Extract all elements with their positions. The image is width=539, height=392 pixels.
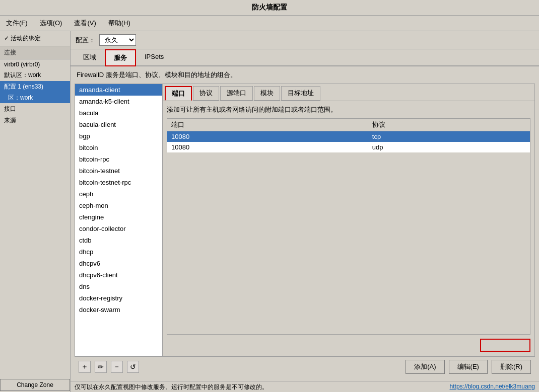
service-item-docker-registry[interactable]: docker-registry: [75, 292, 162, 304]
config-select[interactable]: 永久 运行时: [99, 34, 136, 46]
service-item-amanda-k5-client[interactable]: amanda-k5-client: [75, 96, 162, 107]
service-description: FirewallD 服务是端口、协议、模块和目的地址的组合。: [75, 70, 535, 80]
protocol-cell: udp: [368, 142, 530, 152]
service-item-bitcoin[interactable]: bitcoin: [75, 142, 162, 153]
port-col-header: 端口: [167, 119, 368, 131]
right-panel: 配置： 永久 运行时 区域 服务 IPSets FirewallD 服务是端口、…: [71, 31, 539, 392]
service-bottom-toolbar: ＋ ✏ － ↺ 添加(A) 编辑(E) 删除(R): [75, 356, 535, 377]
active-binding-text: ✓ 活动的绑定: [4, 34, 41, 43]
service-item-dns[interactable]: dns: [75, 281, 162, 292]
left-panel: ✓ 活动的绑定 连接 virbr0 (virbr0) 默认区：work 配置 1…: [0, 31, 71, 392]
port-table: 端口 协议 10080 tcp: [167, 119, 530, 152]
service-item-docker-swarm[interactable]: docker-swarm: [75, 304, 162, 316]
menu-view[interactable]: 查看(V): [72, 18, 98, 29]
active-binding-header: ✓ 活动的绑定: [0, 31, 70, 46]
service-list: amanda-client amanda-k5-client bacula ba…: [75, 84, 163, 356]
protocol-cell: tcp: [368, 131, 530, 142]
service-item-ceph-mon[interactable]: ceph-mon: [75, 200, 162, 211]
service-item-ceph[interactable]: ceph: [75, 188, 162, 200]
tab-service[interactable]: 服务: [105, 49, 136, 66]
menu-bar: 文件(F) 选项(O) 查看(V) 帮助(H): [0, 16, 539, 31]
connection-default-zone[interactable]: 默认区：work: [0, 69, 70, 81]
protocol-col-header: 协议: [368, 119, 530, 131]
table-row[interactable]: 10080 tcp: [167, 131, 530, 142]
port-description: 添加可让所有主机或者网络访问的附加端口或者端口范围。: [167, 105, 530, 114]
service-item-bitcoin-testnet-rpc[interactable]: bitcoin-testnet-rpc: [75, 177, 162, 188]
connection-section-title: 连接: [0, 46, 70, 59]
service-item-bitcoin-rpc[interactable]: bitcoin-rpc: [75, 153, 162, 165]
edit-icon-button[interactable]: ✏: [95, 361, 107, 373]
service-item-bacula[interactable]: bacula: [75, 107, 162, 119]
label-source: 来源: [0, 115, 70, 126]
remove-icon-button[interactable]: －: [111, 361, 123, 373]
status-left-text: 仅可以在永久配置视图中修改服务。运行时配置中的服务是不可修改的。: [75, 383, 268, 391]
add-button[interactable]: 添加(A): [406, 360, 444, 374]
service-content: amanda-client amanda-k5-client bacula ba…: [75, 84, 535, 356]
refresh-icon-button[interactable]: ↺: [127, 361, 139, 373]
connection-selected[interactable]: 配置 1 (ens33): [0, 81, 70, 93]
detail-tab-port[interactable]: 端口: [165, 86, 192, 101]
connection-sub-zone: 区：work: [0, 93, 70, 103]
content-area: FirewallD 服务是端口、协议、模块和目的地址的组合。 amanda-cl…: [71, 66, 539, 381]
port-table-container: 端口 协议 10080 tcp: [167, 118, 530, 335]
tab-zone[interactable]: 区域: [75, 49, 105, 65]
detail-tabs: 端口 协议 源端口 模块 目标地址: [163, 84, 534, 101]
change-zone-button[interactable]: Change Zone: [0, 379, 70, 391]
menu-options[interactable]: 选项(O): [38, 18, 64, 29]
edit-button[interactable]: 编辑(E): [449, 360, 488, 374]
menu-help[interactable]: 帮助(H): [106, 18, 132, 29]
table-row[interactable]: 10080 udp: [167, 142, 530, 152]
port-cell: 10080: [167, 142, 368, 152]
service-item-cfengine[interactable]: cfengine: [75, 211, 162, 223]
service-item-ctdb[interactable]: ctdb: [75, 234, 162, 246]
bottom-status: 仅可以在永久配置视图中修改服务。运行时配置中的服务是不可修改的。 https:/…: [71, 381, 539, 392]
connection-virbr0[interactable]: virbr0 (virbr0): [0, 59, 70, 69]
title-text: 防火墙配置: [252, 3, 287, 11]
config-label: 配置：: [76, 36, 95, 45]
config-bar: 配置： 永久 运行时: [71, 31, 539, 49]
detail-tab-module[interactable]: 模块: [254, 86, 280, 101]
service-item-dhcpv6-client[interactable]: dhcpv6-client: [75, 269, 162, 281]
service-item-condor-collector[interactable]: condor-collector: [75, 223, 162, 234]
service-item-bacula-client[interactable]: bacula-client: [75, 119, 162, 130]
edit-placeholder: [480, 339, 530, 352]
service-item-bgp[interactable]: bgp: [75, 130, 162, 142]
status-right-text: https://blog.csdn.net/elk3muang: [450, 383, 535, 391]
service-detail: 端口 协议 源端口 模块 目标地址 添加可让所有主机或者网络访问的附加端口或者端…: [163, 84, 535, 356]
tab-ipsets[interactable]: IPSets: [136, 49, 172, 65]
detail-tab-dest[interactable]: 目标地址: [281, 86, 320, 101]
menu-file[interactable]: 文件(F): [4, 18, 30, 29]
port-cell: 10080: [167, 131, 368, 142]
service-item-bitcoin-testnet[interactable]: bitcoin-testnet: [75, 165, 162, 177]
detail-content: 添加可让所有主机或者网络访问的附加端口或者端口范围。 端口 协议: [163, 101, 534, 356]
title-bar: 防火墙配置: [0, 0, 539, 16]
service-item-dhcp[interactable]: dhcp: [75, 246, 162, 258]
add-icon-button[interactable]: ＋: [79, 361, 91, 373]
detail-tab-protocol[interactable]: 协议: [193, 86, 219, 101]
service-item-amanda-client[interactable]: amanda-client: [75, 84, 162, 96]
delete-button[interactable]: 删除(R): [492, 360, 531, 374]
tabs-bar: 区域 服务 IPSets: [71, 49, 539, 66]
detail-tab-src-port[interactable]: 源端口: [220, 86, 253, 101]
service-item-dhcpv6[interactable]: dhcpv6: [75, 258, 162, 269]
label-port: 接口: [0, 103, 70, 115]
